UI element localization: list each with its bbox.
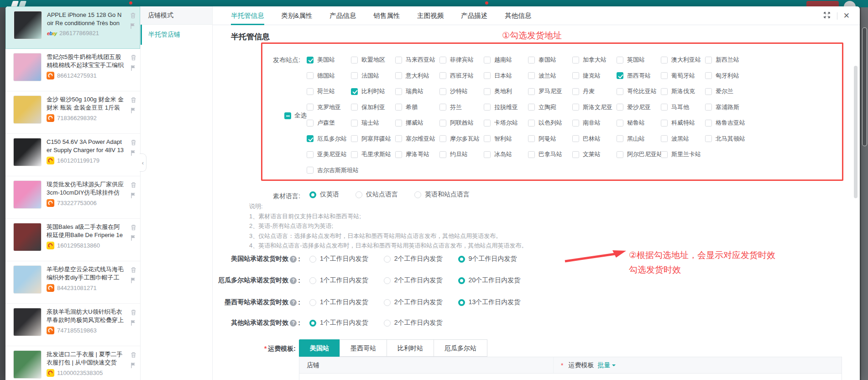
browser-scrollbar[interactable] [861, 7, 868, 380]
site-checkbox[interactable]: 墨西哥站 [617, 72, 661, 80]
flag-icon[interactable] [131, 235, 136, 241]
radio-option[interactable]: 13个工作日内发货 [458, 298, 521, 306]
radio-option[interactable]: 1个工作日内发货 [309, 298, 368, 306]
site-checkbox[interactable]: 哥伦比亚站 [617, 87, 661, 95]
site-checkbox[interactable]: 荷兰站 [307, 87, 351, 95]
site-checkbox[interactable]: 巴林站 [572, 135, 617, 143]
tab-4[interactable]: 销售属性 [373, 6, 400, 25]
site-checkbox[interactable]: 以色列站 [528, 119, 572, 127]
radio-option[interactable]: 1个工作日内发货 [309, 276, 368, 285]
freight-tab-3[interactable]: 比利时站 [387, 339, 434, 357]
radio-option[interactable]: 英语和站点语言 [414, 190, 470, 199]
site-checkbox[interactable]: 英国站 [617, 56, 661, 64]
trash-icon[interactable] [131, 182, 136, 188]
flag-icon[interactable] [130, 23, 136, 29]
site-checkbox[interactable]: 意大利站 [395, 72, 439, 80]
site-checkbox[interactable]: 卡塔尔站 [484, 119, 528, 127]
tab-7[interactable]: 其他信息 [505, 6, 531, 25]
product-card[interactable]: 雪妃尔5股牛奶棉毛线团五股精梳棉线不起球宝宝手工编织diy萌娃娃86612427… [5, 49, 140, 91]
nav-item-semi-managed-shop[interactable]: 半托管店铺 [141, 25, 212, 45]
tab-1[interactable]: 半托管信息 [231, 6, 264, 25]
radio-option[interactable]: 仅站点语言 [356, 190, 398, 199]
trash-icon[interactable] [131, 54, 136, 61]
site-checkbox[interactable]: 菲律宾站 [439, 56, 484, 64]
product-card[interactable]: 羊毛纱星空云朵花式线马海毛编织外套diy手工围巾帽子工艺品外贸844231081… [5, 261, 140, 304]
product-card[interactable]: 亲肤羊毛混纺大U领针织毛衣早春款时尚极简风宽松叠穿上衣女747185519863 [5, 304, 140, 346]
product-card[interactable]: 英国Bales a级二手衣服在阿根廷使用Balle De Friperie 1e… [5, 219, 140, 261]
radio-option[interactable]: 1个工作日内发货 [309, 319, 368, 327]
site-checkbox[interactable]: 克罗地亚 [307, 103, 351, 111]
site-checkbox[interactable]: 爱尔兰 [705, 87, 749, 95]
site-checkbox[interactable]: 斯洛文尼亚 [572, 103, 617, 111]
site-checkbox[interactable]: 捷克站 [572, 72, 617, 80]
product-card[interactable]: 金沙 银沙50g 100g 财金米 金财米 瓶装 盒装金豆豆 1斤装财米7183… [5, 91, 140, 134]
site-checkbox[interactable]: 约旦站 [439, 150, 484, 158]
flag-icon[interactable] [131, 277, 136, 284]
site-checkbox[interactable]: 澳大利亚站 [661, 56, 705, 64]
product-card[interactable]: 现货批发仿毛球源头厂家供应3cm-10cmDIY仿毛球挂件仿獭兔毛毛球73322… [5, 176, 140, 219]
site-checkbox[interactable]: 毛里求斯站 [351, 150, 395, 158]
site-checkbox[interactable]: 葡萄牙站 [661, 72, 705, 80]
batch-dropdown[interactable]: 批量 [597, 361, 616, 369]
site-checkbox[interactable]: 亚美尼亚站 [307, 150, 351, 158]
site-checkbox[interactable]: 丹麦 [572, 87, 617, 95]
trash-icon[interactable] [130, 12, 136, 19]
site-checkbox[interactable]: 保加利亚 [351, 103, 395, 111]
site-checkbox[interactable]: 秘鲁站 [617, 119, 661, 127]
help-icon[interactable]: ? [290, 277, 297, 284]
trash-icon[interactable] [131, 352, 136, 358]
site-checkbox[interactable]: 波黑站 [661, 135, 705, 143]
radio-option[interactable]: 9个工作日内发货 [458, 255, 517, 263]
site-checkbox[interactable]: 立陶宛 [528, 103, 572, 111]
site-checkbox[interactable]: 加拿大站 [572, 56, 617, 64]
radio-option[interactable]: 2个工作日内发货 [384, 298, 443, 306]
product-card[interactable]: 批发进口二手衣服 | 夏季二手衣服打包 | 从中国快速交货11000023538… [5, 346, 140, 380]
site-checkbox[interactable]: 马耳他 [661, 103, 705, 111]
flag-icon[interactable] [131, 65, 136, 71]
site-checkbox[interactable]: 卢森堡 [307, 119, 351, 127]
site-checkbox[interactable]: 塞尔维亚站 [395, 135, 439, 143]
site-checkbox[interactable]: 格鲁吉亚站 [705, 119, 749, 127]
site-checkbox[interactable]: 马来西亚站 [395, 56, 439, 64]
site-checkbox[interactable]: 新西兰站 [705, 56, 749, 64]
radio-option[interactable]: 20个工作日内发货 [458, 276, 521, 285]
fullscreen-icon[interactable] [823, 11, 831, 21]
site-checkbox[interactable]: 挪威站 [395, 119, 439, 127]
radio-option[interactable]: 仅英语 [309, 190, 339, 199]
help-icon[interactable]: ? [290, 320, 297, 327]
tab-2[interactable]: 类别&属性 [282, 6, 313, 25]
site-checkbox[interactable]: 欧盟地区 [351, 56, 395, 64]
close-icon[interactable]: ✕ [843, 12, 850, 20]
trash-icon[interactable] [131, 139, 136, 146]
flag-icon[interactable] [131, 192, 136, 199]
site-checkbox[interactable]: 科威特站 [661, 119, 705, 127]
trash-icon[interactable] [131, 97, 136, 103]
freight-tab-1[interactable]: 美国站 [299, 339, 340, 357]
flag-icon[interactable] [131, 107, 136, 114]
site-checkbox[interactable]: 希腊 [395, 103, 439, 111]
trash-icon[interactable] [131, 309, 136, 316]
site-checkbox[interactable]: 文莱站 [572, 150, 617, 158]
tab-6[interactable]: 产品描述 [461, 6, 487, 25]
site-checkbox[interactable]: 北马其顿站 [705, 135, 749, 143]
site-checkbox[interactable]: 罗马尼亚 [528, 87, 572, 95]
browser-scrollbar-thumb[interactable] [862, 27, 867, 146]
site-checkbox[interactable]: 巴拿马站 [528, 150, 572, 158]
radio-option[interactable]: 2个工作日内发货 [384, 276, 443, 285]
radio-option[interactable]: 2个工作日内发货 [384, 255, 443, 263]
site-checkbox[interactable]: 奥地利 [484, 87, 528, 95]
trash-icon[interactable] [131, 267, 136, 273]
site-checkbox[interactable]: 斯洛伐克 [661, 87, 705, 95]
tab-5[interactable]: 主图视频 [417, 6, 444, 25]
site-checkbox[interactable]: 斯里兰卡站 [661, 150, 705, 158]
site-checkbox[interactable]: 吉尔吉斯斯坦站 [307, 166, 351, 174]
site-checkbox[interactable]: 法国站 [351, 72, 395, 80]
site-checkbox[interactable]: 摩洛哥站 [395, 150, 439, 158]
site-checkbox[interactable]: 爱沙尼亚 [617, 103, 661, 111]
site-checkbox[interactable]: 阿联酋站 [439, 119, 484, 127]
site-checkbox[interactable]: 厄瓜多尔站 [307, 135, 351, 143]
site-checkbox[interactable]: 瑞士站 [351, 119, 395, 127]
site-checkbox[interactable]: 阿曼站 [528, 135, 572, 143]
site-checkbox[interactable]: 德国站 [307, 72, 351, 80]
site-checkbox[interactable]: 瑞典站 [395, 87, 439, 95]
